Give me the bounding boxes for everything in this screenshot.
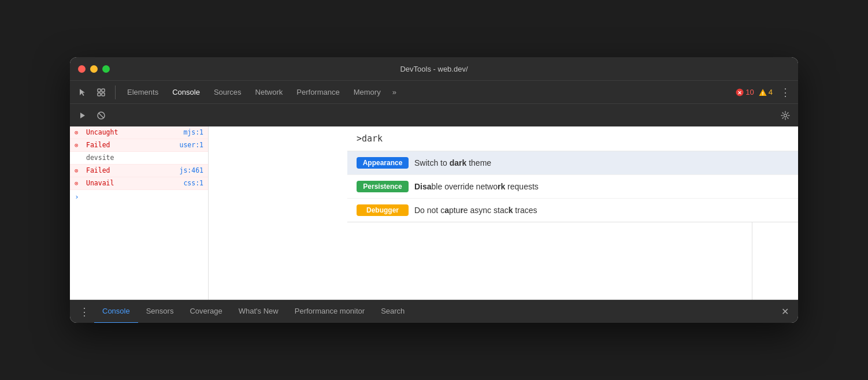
suggestion-debugger[interactable]: Debugger Do not capture async stack trac… bbox=[347, 199, 798, 222]
layers-icon[interactable] bbox=[93, 84, 109, 100]
error-icon-5: ⊗ bbox=[75, 180, 79, 187]
body-area: ⊗ Uncaught mjs:1 ⊗ Failed user:1 devsite… bbox=[70, 126, 798, 300]
error-icon-1: ⊗ bbox=[75, 129, 79, 136]
console-text-2: Failed bbox=[86, 141, 110, 149]
bottom-tab-coverage[interactable]: Coverage bbox=[181, 300, 230, 323]
error-icon-2: ⊗ bbox=[75, 141, 79, 149]
close-button[interactable] bbox=[78, 65, 86, 73]
console-text-5: Unavail bbox=[86, 179, 114, 187]
bottom-tab-sensors[interactable]: Sensors bbox=[138, 300, 182, 323]
console-line-4: ⊗ Failed js:461 bbox=[70, 165, 208, 177]
console-link-4[interactable]: js:461 bbox=[179, 166, 203, 174]
bottom-close-button[interactable]: ✕ bbox=[777, 304, 793, 319]
bottom-tabbar: ⋮ Console Sensors Coverage What's New Pe… bbox=[70, 300, 798, 323]
svg-text:✕: ✕ bbox=[737, 90, 742, 96]
svg-rect-3 bbox=[102, 93, 105, 96]
bottom-kebab-button[interactable]: ⋮ bbox=[75, 306, 94, 318]
suggestion-text-persistence: Disable override network requests bbox=[414, 182, 539, 191]
error-count-badge[interactable]: ✕ 10 bbox=[736, 88, 754, 96]
console-link-2[interactable]: user:1 bbox=[179, 141, 203, 149]
cursor-icon[interactable] bbox=[75, 84, 91, 100]
console-log-area: ⊗ Uncaught mjs:1 ⊗ Failed user:1 devsite… bbox=[70, 126, 209, 300]
svg-line-10 bbox=[99, 113, 104, 118]
console-link-1[interactable]: mjs:1 bbox=[183, 128, 203, 136]
suggestion-text-appearance: Switch to dark theme bbox=[414, 158, 491, 167]
bottom-tab-console[interactable]: Console bbox=[94, 300, 138, 323]
bottom-tab-performance-monitor[interactable]: Performance monitor bbox=[287, 300, 373, 323]
command-palette: Appearance Switch to dark theme Persiste… bbox=[347, 126, 798, 222]
suggestion-text-debugger: Do not capture async stack traces bbox=[414, 206, 537, 215]
fullscreen-button[interactable] bbox=[102, 65, 110, 73]
tab-console[interactable]: Console bbox=[166, 85, 206, 99]
titlebar: DevTools - web.dev/ bbox=[70, 57, 798, 80]
suggestion-tag-persistence: Persistence bbox=[357, 181, 409, 192]
tab-network[interactable]: Network bbox=[250, 85, 289, 99]
error-count: 10 bbox=[745, 88, 754, 96]
bottom-tab-whats-new[interactable]: What's New bbox=[231, 300, 287, 323]
console-text-4: Failed bbox=[86, 166, 110, 174]
traffic-lights bbox=[78, 65, 110, 73]
suggestion-appearance[interactable]: Appearance Switch to dark theme bbox=[347, 151, 798, 175]
minimize-button[interactable] bbox=[90, 65, 98, 73]
toolbar-right: ✕ 10 ! 4 ⋮ bbox=[736, 84, 793, 100]
console-prompt: › bbox=[70, 190, 208, 203]
suggestion-tag-appearance: Appearance bbox=[357, 157, 409, 169]
play-icon[interactable] bbox=[75, 107, 91, 124]
svg-rect-1 bbox=[102, 89, 105, 92]
suggestion-persistence[interactable]: Persistence Disable override network req… bbox=[347, 175, 798, 199]
tab-sources[interactable]: Sources bbox=[208, 85, 247, 99]
more-options-button[interactable]: ⋮ bbox=[777, 84, 793, 100]
svg-rect-0 bbox=[98, 89, 101, 92]
svg-text:!: ! bbox=[762, 91, 763, 96]
svg-marker-8 bbox=[80, 113, 85, 118]
error-icon-4: ⊗ bbox=[75, 167, 79, 174]
console-line-3: devsite bbox=[70, 152, 208, 165]
svg-point-11 bbox=[784, 114, 787, 117]
secondary-toolbar bbox=[70, 103, 798, 126]
warning-count: 4 bbox=[769, 88, 773, 96]
toolbar-separator bbox=[115, 85, 116, 99]
tab-elements[interactable]: Elements bbox=[121, 85, 164, 99]
warning-count-badge[interactable]: ! 4 bbox=[759, 88, 773, 96]
suggestion-tag-debugger: Debugger bbox=[357, 204, 409, 216]
settings-button[interactable] bbox=[777, 107, 793, 124]
bottom-tab-search[interactable]: Search bbox=[373, 300, 413, 323]
main-area: Appearance Switch to dark theme Persiste… bbox=[209, 126, 798, 300]
console-line-1: ⊗ Uncaught mjs:1 bbox=[70, 126, 208, 139]
tab-performance[interactable]: Performance bbox=[291, 85, 345, 99]
devtools-window: DevTools - web.dev/ Elements Console Sou… bbox=[70, 57, 798, 323]
window-title: DevTools - web.dev/ bbox=[400, 65, 468, 73]
tab-memory[interactable]: Memory bbox=[348, 85, 387, 99]
console-text-1: Uncaught bbox=[86, 128, 118, 136]
main-toolbar: Elements Console Sources Network Perform… bbox=[70, 80, 798, 103]
console-line-5: ⊗ Unavail css:1 bbox=[70, 177, 208, 190]
console-line-2: ⊗ Failed user:1 bbox=[70, 139, 208, 152]
console-text-3: devsite bbox=[86, 154, 114, 162]
block-icon[interactable] bbox=[93, 107, 109, 124]
command-input-row bbox=[347, 126, 798, 151]
svg-rect-2 bbox=[98, 93, 101, 96]
console-link-5[interactable]: css:1 bbox=[183, 179, 203, 187]
command-input-field[interactable] bbox=[357, 133, 789, 144]
more-tabs-button[interactable]: » bbox=[389, 85, 400, 99]
